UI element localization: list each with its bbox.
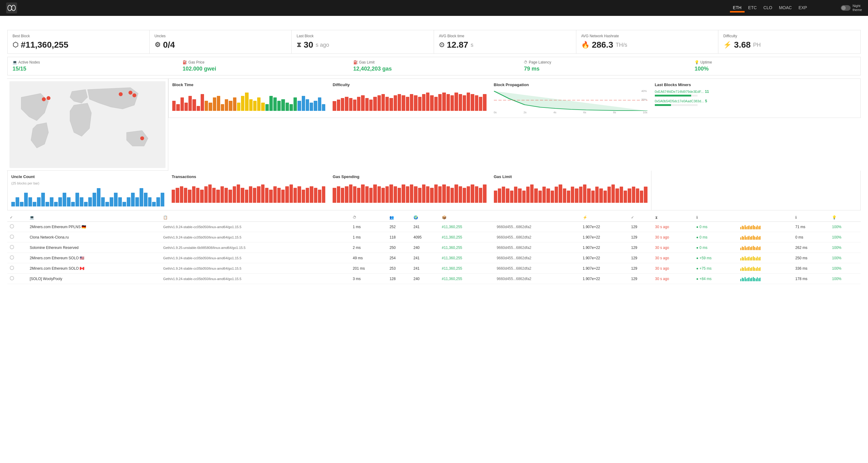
bar [204, 186, 208, 203]
spark-bar [747, 226, 748, 229]
bar [212, 188, 216, 203]
bar [595, 187, 599, 203]
bar [184, 103, 188, 111]
bar [322, 104, 325, 111]
td-difficulty: 1.907e+22 [580, 222, 629, 232]
nav-moac[interactable]: MOAC [776, 3, 795, 12]
bar [555, 187, 558, 203]
bar [220, 186, 224, 203]
bar [559, 184, 562, 203]
spark-bar [751, 257, 752, 260]
bar [176, 188, 179, 203]
status-radio[interactable] [10, 224, 14, 228]
map-bottom-spacer [651, 171, 861, 210]
bar [285, 103, 289, 111]
th-propagation: ℹ [694, 214, 738, 222]
nav-etc[interactable]: ETC [745, 3, 760, 12]
bar [161, 193, 164, 207]
chart-last-blocks-miners: Last Blocks Miners 0xEA674fdDe714fd979de… [651, 79, 861, 118]
bar [114, 193, 118, 207]
status-radio[interactable] [10, 245, 14, 249]
toggle-switch[interactable] [841, 5, 850, 11]
spark-bar [749, 256, 749, 260]
bar [101, 197, 105, 207]
bar [377, 95, 381, 111]
spark-bar [746, 247, 747, 250]
stat-uncles: Uncles ⚙ 0/4 [149, 30, 292, 54]
bar [135, 197, 139, 207]
bar [67, 197, 70, 207]
miners-list: 0xEA674fdDe714fd979de3EdF... 11 0x5A0b54… [655, 90, 857, 106]
bar [345, 186, 348, 203]
bar [208, 184, 212, 203]
bar [467, 93, 470, 111]
bar [245, 93, 248, 111]
chart-difficulty-bars [333, 90, 486, 111]
nav-eth[interactable]: ETH [730, 3, 745, 12]
td-last-block: 30 s ago [653, 243, 694, 253]
bar [463, 188, 466, 203]
bar [644, 187, 647, 203]
spark-bar [753, 256, 754, 260]
bar [640, 191, 643, 203]
chart-block-time: Block Time [168, 79, 329, 118]
spark-bar [754, 237, 755, 240]
bar [422, 184, 426, 203]
nav-exp[interactable]: EXP [795, 3, 810, 12]
bar [603, 191, 607, 203]
bar [225, 99, 228, 111]
td-difficulty: 1.907e+22 [580, 243, 629, 253]
td-node-name: Clona Network-Clona.ru [27, 232, 161, 243]
fire-icon: 🔥 [581, 41, 589, 49]
spark-bar [746, 237, 747, 240]
status-radio[interactable] [10, 235, 14, 239]
bar [306, 99, 309, 111]
spark-bar [747, 268, 748, 271]
stats-row-1: Best Block ⬡ #11,360,255 Uncles ⚙ 0/4 La… [0, 27, 868, 57]
th-last-block: ⧗ [653, 214, 694, 222]
bar [245, 190, 248, 203]
status-radio[interactable] [10, 266, 14, 270]
bar [241, 188, 244, 203]
bar [365, 98, 369, 111]
bar [80, 197, 83, 207]
bar [188, 190, 191, 203]
bar [233, 186, 236, 203]
table-header: ✓ 💻 📋 ⏱ 👥 🌍 📦 ⚡ ✓ ⧗ ℹ ℹ 💡 [7, 214, 861, 222]
bar [201, 94, 204, 111]
uncle-count-subtitle: (25 blocks per bar) [11, 181, 164, 185]
bar [249, 99, 253, 111]
main-nav: ETH ETC CLO MOAC EXP [730, 3, 810, 12]
spark-bar [758, 278, 759, 281]
page-header [0, 16, 868, 27]
spark-bar [740, 227, 741, 229]
td-pending: 240 [411, 243, 439, 253]
bar [75, 193, 79, 207]
page-latency-value: 79 ms [524, 66, 685, 72]
bar [612, 184, 615, 203]
bar [620, 187, 623, 203]
logo[interactable] [6, 2, 20, 13]
bar [563, 188, 566, 203]
bar [58, 197, 62, 207]
spark-bar [742, 278, 743, 281]
status-radio[interactable] [10, 255, 14, 259]
bar [361, 95, 364, 111]
night-theme-toggle[interactable]: Night theme [841, 4, 862, 12]
status-radio[interactable] [10, 276, 14, 280]
pools-link[interactable] [829, 6, 835, 10]
toggle-knob [841, 6, 846, 10]
nav-clo[interactable]: CLO [761, 3, 775, 12]
spark-bar [760, 226, 761, 229]
td-node-name: 2Miners.com Ethereum SOLO 🇺🇸 [27, 253, 161, 263]
bar [442, 184, 445, 203]
spark-bar [750, 278, 751, 281]
td-uncles: 129 [628, 232, 652, 243]
bar [446, 94, 450, 111]
th-node: 💻 [27, 214, 161, 222]
table-row: 2Miners.com Ethereum SOLO 🇺🇸 Geth/v1.9.2… [7, 253, 861, 263]
active-nodes-value: 15/15 [12, 66, 173, 72]
td-block: #11,360,255 [439, 243, 494, 253]
td-uncles: 129 [628, 274, 652, 284]
td-latency: 2 ms [350, 243, 387, 253]
